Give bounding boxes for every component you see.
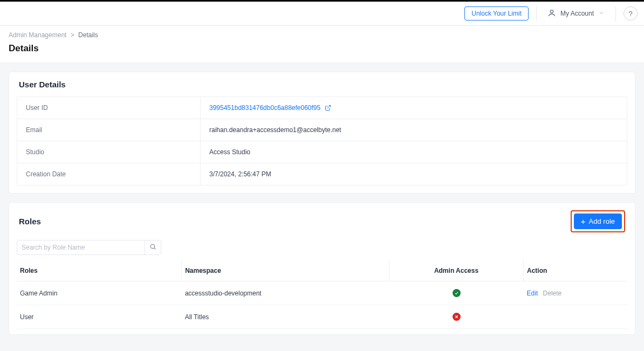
unlock-limit-button[interactable]: Unlock Your Limit: [464, 6, 529, 20]
detail-value: Access Studio: [201, 141, 627, 163]
detail-row-email: Email raihan.deandra+accessdemo1@accelby…: [17, 119, 627, 141]
detail-row-studio: Studio Access Studio: [17, 141, 627, 163]
external-link-icon[interactable]: [325, 105, 331, 111]
detail-label: Creation Date: [17, 163, 201, 185]
cell-namespace: accessstudio-development: [182, 281, 389, 305]
help-button[interactable]: ?: [624, 6, 638, 20]
role-search-input[interactable]: [17, 240, 145, 254]
table-row: User All Titles: [17, 305, 627, 329]
cell-admin-access: [389, 305, 524, 329]
my-account-dropdown[interactable]: My Account: [544, 6, 608, 21]
plus-icon: +: [581, 217, 586, 225]
x-circle-icon: [453, 313, 461, 321]
cell-action: [524, 305, 627, 329]
cell-role: User: [17, 305, 182, 329]
col-header-roles: Roles: [17, 260, 182, 281]
search-icon: [149, 243, 156, 252]
svg-point-2: [150, 244, 155, 249]
user-icon: [547, 9, 556, 19]
breadcrumb: Admin Management > Details: [9, 31, 635, 39]
detail-row-creation-date: Creation Date 3/7/2024, 2:56:47 PM: [17, 163, 627, 185]
detail-label: Studio: [17, 141, 201, 163]
page-header: Admin Management > Details Details: [0, 26, 644, 63]
role-search-button[interactable]: [145, 240, 161, 254]
roles-title: Roles: [19, 217, 41, 226]
cell-role: Game Admin: [17, 281, 182, 305]
chevron-down-icon: [598, 10, 605, 18]
col-header-action: Action: [524, 260, 627, 281]
page-title: Details: [9, 43, 635, 54]
user-details-title: User Details: [9, 72, 635, 97]
delete-role-link[interactable]: Delete: [543, 290, 562, 297]
check-circle-icon: [453, 289, 461, 297]
roles-table: Roles Namespace Admin Access Action Game…: [17, 260, 627, 329]
svg-line-3: [154, 248, 155, 249]
add-role-button[interactable]: + Add role: [574, 214, 622, 229]
svg-line-1: [327, 106, 331, 109]
table-row: Game Admin accessstudio-development Edit…: [17, 281, 627, 305]
cell-namespace: All Titles: [182, 305, 389, 329]
detail-row-user-id: User ID 3995451bd831476db0c6a88efe060f95: [17, 97, 627, 119]
role-search: [17, 240, 161, 255]
add-role-label: Add role: [589, 217, 615, 225]
detail-label: Email: [17, 119, 201, 141]
cell-action: Edit Delete: [524, 281, 627, 305]
col-header-namespace: Namespace: [182, 260, 389, 281]
user-id-link[interactable]: 3995451bd831476db0c6a88efe060f95: [209, 104, 320, 112]
breadcrumb-root[interactable]: Admin Management: [9, 31, 66, 39]
detail-value: 3/7/2024, 2:56:47 PM: [201, 163, 627, 185]
user-details-card: User Details User ID 3995451bd831476db0c…: [9, 72, 635, 194]
svg-point-0: [550, 10, 553, 12]
detail-label: User ID: [17, 97, 201, 119]
user-details-table: User ID 3995451bd831476db0c6a88efe060f95…: [17, 97, 627, 185]
edit-role-link[interactable]: Edit: [527, 290, 538, 297]
account-label: My Account: [560, 10, 594, 17]
col-header-admin: Admin Access: [389, 260, 524, 281]
content-area: User Details User ID 3995451bd831476db0c…: [0, 63, 644, 351]
divider: [615, 6, 616, 21]
divider: [536, 6, 537, 21]
cell-admin-access: [389, 281, 524, 305]
breadcrumb-separator: >: [71, 31, 74, 39]
top-bar: Unlock Your Limit My Account ?: [0, 0, 644, 26]
breadcrumb-current: Details: [78, 31, 98, 39]
roles-card: Roles + Add role Roles: [9, 202, 635, 335]
add-role-highlight: + Add role: [571, 210, 625, 232]
detail-value: raihan.deandra+accessdemo1@accelbyte.net: [201, 119, 627, 141]
